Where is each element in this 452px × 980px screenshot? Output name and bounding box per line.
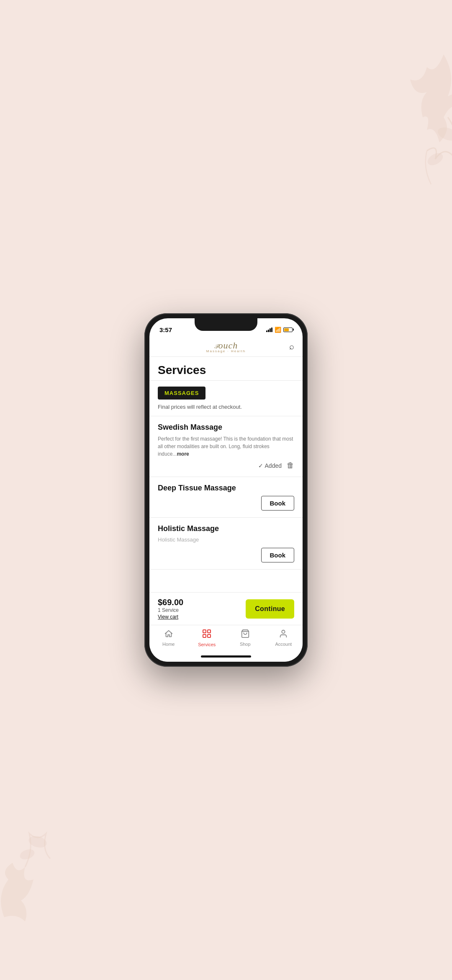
svg-point-9 <box>282 630 285 633</box>
services-icon <box>202 629 212 641</box>
home-icon <box>164 629 173 640</box>
battery-icon <box>283 328 293 332</box>
svg-point-0 <box>426 151 445 168</box>
service-item-swedish: Swedish Massage Perfect for the first ma… <box>149 416 303 477</box>
service-name-swedish: Swedish Massage <box>158 423 294 432</box>
scroll-content[interactable]: Services MASSAGES Final prices will refl… <box>149 357 303 592</box>
service-item-deep-tissue: Deep Tissue Massage Book <box>149 477 303 518</box>
notch <box>195 318 257 331</box>
cart-service-count: 1 Service <box>158 607 183 613</box>
nav-label-shop: Shop <box>240 642 251 647</box>
pricing-note: Final prices will reflect at checkout. <box>158 404 294 410</box>
delete-button-swedish[interactable]: 🗑 <box>287 461 294 470</box>
svg-rect-6 <box>203 634 206 637</box>
cart-info: $69.00 1 Service View cart <box>158 598 183 620</box>
service-actions-deep-tissue: Book <box>158 496 294 511</box>
book-button-holistic[interactable]: Book <box>261 548 295 562</box>
cart-price: $69.00 <box>158 598 183 607</box>
service-actions-swedish: Added 🗑 <box>158 461 294 470</box>
more-link-swedish[interactable]: more <box>177 451 189 457</box>
nav-item-services[interactable]: Services <box>188 629 226 647</box>
nav-label-services: Services <box>198 642 216 647</box>
status-icons: 📶 <box>266 327 293 333</box>
service-item-holistic: Holistic Massage Holistic Massage Book <box>149 518 303 570</box>
service-actions-holistic: Book <box>158 548 294 562</box>
continue-button[interactable]: Continue <box>246 599 294 619</box>
wifi-icon: 📶 <box>275 327 281 333</box>
bottom-nav: Home Services <box>149 625 303 655</box>
book-button-deep-tissue[interactable]: Book <box>261 496 295 511</box>
nav-item-shop[interactable]: Shop <box>226 629 265 647</box>
view-cart-link[interactable]: View cart <box>158 614 183 620</box>
svg-point-3 <box>18 848 36 861</box>
trash-icon: 🗑 <box>287 461 294 469</box>
massages-badge: MASSAGES <box>158 387 205 400</box>
app-content: 𝒯ouch Massage · Health ⌕ Services MASSAG… <box>149 337 303 662</box>
service-name-deep-tissue: Deep Tissue Massage <box>158 484 294 493</box>
app-header: 𝒯ouch Massage · Health ⌕ <box>149 337 303 357</box>
svg-point-2 <box>27 834 48 850</box>
service-name-holistic: Holistic Massage <box>158 524 294 533</box>
search-button[interactable]: ⌕ <box>289 342 294 351</box>
svg-rect-5 <box>208 630 211 633</box>
account-icon <box>279 629 288 640</box>
nav-item-account[interactable]: Account <box>265 629 303 647</box>
signal-icon <box>266 328 272 332</box>
category-section: MASSAGES Final prices will reflect at ch… <box>149 381 303 416</box>
svg-rect-4 <box>203 630 206 633</box>
search-icon: ⌕ <box>289 342 294 351</box>
nav-item-home[interactable]: Home <box>149 629 188 647</box>
home-indicator <box>201 655 251 658</box>
nav-label-home: Home <box>162 642 175 647</box>
phone-frame: 3:57 📶 𝒯ouch Massage · Health <box>144 313 308 667</box>
shop-icon <box>241 629 250 640</box>
logo-subtitle: Massage · Health <box>206 349 246 353</box>
status-time: 3:57 <box>159 326 172 333</box>
battery-fill <box>284 328 289 331</box>
logo: 𝒯ouch Massage · Health <box>206 340 246 353</box>
service-desc-swedish: Perfect for the first massage! This is t… <box>158 435 294 458</box>
nav-label-account: Account <box>275 642 292 647</box>
cart-bar: $69.00 1 Service View cart Continue <box>149 592 303 625</box>
svg-point-1 <box>436 125 452 143</box>
page-title-section: Services <box>149 357 303 381</box>
added-label-swedish: Added <box>258 462 282 469</box>
phone-screen: 3:57 📶 𝒯ouch Massage · Health <box>149 318 303 662</box>
service-subtitle-holistic: Holistic Massage <box>158 536 294 543</box>
svg-rect-7 <box>208 634 211 637</box>
page-title: Services <box>158 364 294 377</box>
